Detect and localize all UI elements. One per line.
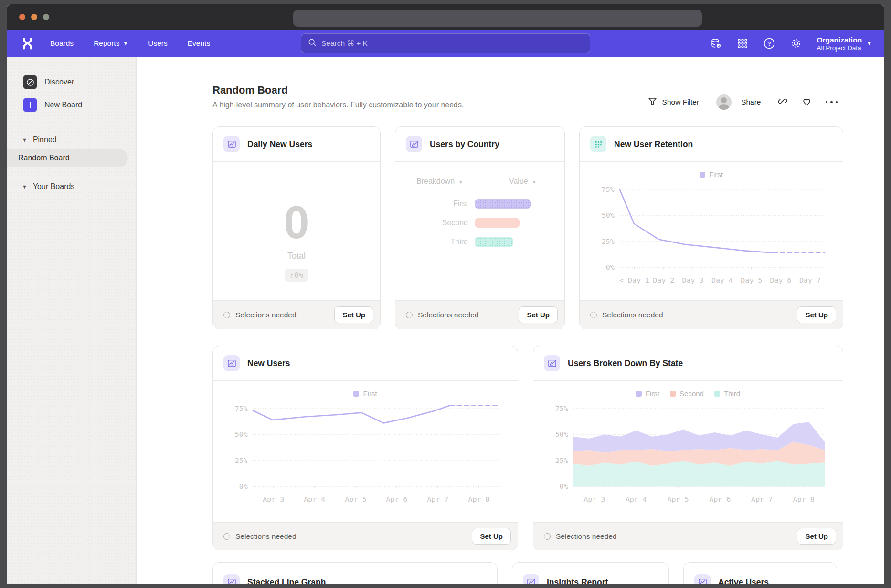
help-icon[interactable]: ? [763,37,775,50]
data-management-icon[interactable] [710,37,722,50]
chevron-down-icon: ▼ [532,179,537,185]
set-up-button[interactable]: Set Up [797,528,836,545]
svg-text:25%: 25% [602,237,615,246]
chevron-down-icon: ▼ [458,179,463,185]
svg-text:75%: 75% [602,185,615,194]
svg-text:Apr 8: Apr 8 [793,495,815,504]
legend-item: First [700,170,723,178]
navbar-right: ? Organization All Project Data ▼ [710,35,872,52]
mixpanel-logo-icon[interactable] [21,37,34,50]
section-label: Your Boards [33,182,74,191]
copy-link-icon[interactable] [777,96,788,108]
status-circle-icon [544,533,551,540]
status-circle-icon [406,312,413,318]
sidebar-section-pinned[interactable]: ▼ Pinned [7,136,136,144]
settings-gear-icon[interactable] [790,37,802,50]
retention-dots-icon [590,136,606,152]
new-users-chart: 75%50%25%0%Apr 3Apr 4Apr 5Apr 6Apr 7Apr … [213,398,518,505]
org-switcher[interactable]: Organization All Project Data ▼ [817,35,872,52]
legend-item: Second [670,389,704,398]
card-title: Users by Country [430,139,499,149]
chevron-down-icon: ▼ [867,41,872,46]
svg-text:75%: 75% [555,404,568,413]
svg-text:0%: 0% [239,482,248,491]
svg-text:50%: 50% [555,430,568,439]
sidebar-item-random-board[interactable]: Random Board [7,149,128,167]
board-controls: Show Filter Share [647,94,838,110]
sidebar-item-discover[interactable]: Discover [7,71,136,94]
value-dropdown[interactable]: Value▼ [509,177,537,186]
svg-text:Apr 7: Apr 7 [751,495,773,504]
sidebar: Discover New Board ▼ Pinned Random Board… [7,57,137,584]
legend-item: Third [714,389,740,398]
show-filter-button[interactable]: Show Filter [647,96,700,108]
close-window-button[interactable] [19,14,25,20]
line-chart-icon [223,574,240,584]
country-bars: First Second Third [416,199,564,247]
card-title: Insights Report [547,578,608,585]
card-title: Active Users [718,578,769,585]
svg-text:25%: 25% [555,456,568,465]
favorite-heart-icon[interactable] [801,96,812,109]
svg-text:Apr 4: Apr 4 [304,495,325,504]
set-up-button[interactable]: Set Up [334,306,373,323]
card-title: Users Broken Down By State [568,358,683,368]
main-content: Random Board A high-level summary of use… [137,57,884,584]
nav-item-boards[interactable]: Boards [50,39,74,48]
bar [475,237,513,247]
breakdown-dropdown[interactable]: Breakdown▼ [416,177,463,186]
card-new-user-retention: New User Retention First 75%50%25%0%< Da… [579,126,843,329]
board-link-label: Random Board [18,154,70,162]
svg-text:Apr 8: Apr 8 [468,495,490,504]
svg-text:Apr 3: Apr 3 [263,495,284,504]
status-text: Selections needed [590,311,663,319]
set-up-button[interactable]: Set Up [519,306,558,323]
svg-text:Apr 5: Apr 5 [668,495,689,504]
svg-text:?: ? [768,41,772,47]
svg-text:Day 2: Day 2 [653,276,674,284]
legend-swatch [636,391,642,397]
svg-text:50%: 50% [602,211,615,220]
svg-text:Day 7: Day 7 [799,276,821,284]
metric-label: Total [287,251,306,261]
minimize-window-button[interactable] [31,14,37,20]
set-up-button[interactable]: Set Up [797,306,836,323]
svg-text:Day 3: Day 3 [682,276,704,284]
nav-item-users[interactable]: Users [148,39,167,48]
search-input[interactable] [321,39,583,48]
browser-url-bar[interactable] [293,10,702,27]
share-button[interactable]: Share [716,94,761,110]
status-text: Selections needed [544,532,617,541]
country-bar-row: Third [416,237,564,247]
legend-label: First [709,170,723,178]
legend-label: Third [724,389,740,398]
sidebar-item-new-board[interactable]: New Board [7,94,136,116]
apps-grid-icon[interactable] [736,37,749,50]
avatar [716,94,732,110]
nav-item-events[interactable]: Events [188,39,210,48]
svg-text:Day 5: Day 5 [741,276,762,284]
svg-text:50%: 50% [235,430,248,439]
search-icon [308,38,317,49]
svg-text:Day 6: Day 6 [770,276,792,284]
svg-text:0%: 0% [560,482,568,491]
compass-icon [23,75,37,89]
svg-text:0%: 0% [606,263,615,272]
nav-item-reports[interactable]: Reports▼ [94,39,128,48]
card-title: New User Retention [614,139,693,149]
card-daily-new-users: Daily New Users 0 Total ↑0% Selections n… [212,126,381,329]
line-chart-icon [223,136,240,152]
status-circle-icon [223,533,230,540]
global-search[interactable] [301,33,590,53]
card-title: Stacked Line Graph [247,578,326,585]
set-up-button[interactable]: Set Up [472,528,511,545]
sidebar-item-label: Discover [44,78,74,86]
zoom-window-button[interactable] [43,14,49,20]
metric-delta-badge: ↑0% [285,269,308,282]
more-options-icon[interactable] [826,101,838,104]
nav-items: Boards Reports▼ Users Events [50,39,210,48]
app-window: Boards Reports▼ Users Events [7,4,884,584]
bar-label: First [416,200,468,208]
top-navbar: Boards Reports▼ Users Events [7,30,884,57]
sidebar-section-your-boards[interactable]: ▼ Your Boards [7,182,136,191]
